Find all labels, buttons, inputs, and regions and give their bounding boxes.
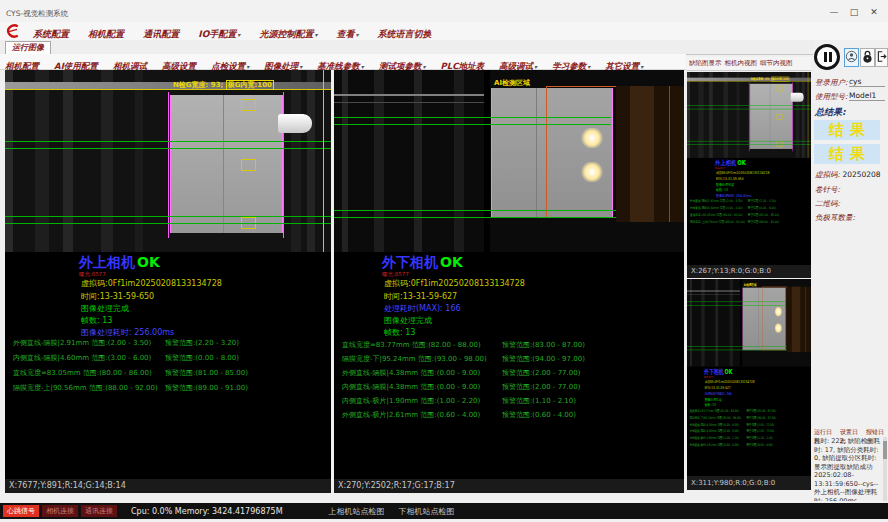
measurement-row: 外侧直线-极片|2.61mm 范围:(0.60 - 4.00)预警范围:(0.6…	[690, 443, 810, 448]
close-button[interactable]: ✕	[864, 6, 884, 19]
user-login-button[interactable]	[844, 48, 859, 67]
comm-link-badge: 通讯连接	[81, 505, 117, 517]
tab-detail-inner-view[interactable]: 细节内视图	[760, 57, 793, 70]
mini-view-tabs: 缺陷图显示 相机内视图 细节内视图	[687, 57, 811, 71]
lock-button[interactable]	[860, 48, 875, 67]
mini-coords-lower: X:311;Y:980;R:0;G:0;B:0	[687, 476, 811, 490]
ai-detect-rect	[762, 287, 787, 350]
camera-image-upper: N检G宽度: 93; 极G内宽:100	[687, 72, 811, 158]
camera-view-upper-outer[interactable]: N检G宽度: 93; 极G内宽:100 外上相机OK 曝光:8577 虚拟码:0…	[5, 70, 331, 479]
measurement-row: 隔膜宽度-上|90.56mm 范围:(88.00 - 92.00)预警范围:(8…	[13, 383, 331, 393]
chevron-down-icon: ▾	[587, 63, 590, 70]
time-line: 时间:13-31-59-627	[705, 385, 731, 390]
barcode-line: 虚拟码:0Ff1im20250208133134728	[705, 379, 755, 384]
tab-strip: 运行图像	[0, 40, 888, 55]
camera-title-upper: 外上相机OK	[79, 254, 160, 272]
gripper-clip	[791, 93, 804, 102]
exit-door-icon	[876, 49, 887, 64]
scrollbar-thumb[interactable]	[883, 441, 887, 459]
annotation-lower: AI检测区域	[744, 283, 757, 288]
pause-button[interactable]	[814, 44, 840, 70]
camera-image-upper: N检G宽度: 93; 极G内宽:100	[5, 70, 331, 252]
measurement-row: 直线宽度=83.05mm 范围:(80.00 - 86.00)预警范围:(81.…	[13, 368, 331, 378]
exit-button[interactable]	[875, 48, 888, 67]
log-scrollbar[interactable]	[883, 437, 887, 501]
app-window: CYS-视觉检测系统 — □ ✕ 系统配置 相机配置 通讯配置 IO手配置▾ 光…	[0, 0, 888, 522]
app-logo-icon	[4, 23, 22, 39]
elapsed-line: 处理耗时(MAX): 166	[705, 391, 732, 396]
measurement-row: 直线宽度=83.77mm 范围:(82.00 - 88.00)预警范围:(83.…	[342, 340, 682, 350]
ai-detect-rect	[546, 86, 617, 218]
barcode-line: 虚拟码:0Ff1im20250208133134728	[384, 278, 525, 289]
mini-view-lower[interactable]: AI检测区域 外下相机OK 曝光:8577 虚拟码:0Ff1im20250208…	[687, 279, 811, 476]
done-line: 图像处理完成	[705, 397, 722, 402]
measurement-row: 内侧直线-隔膜|4.60mm 范围:(3.00 - 6.00)预警范围:(0.0…	[13, 353, 331, 363]
exposure-label: 曝光:8577	[382, 271, 409, 278]
measurement-row: 外侧直线-隔膜|4.38mm 范围:(0.00 - 9.00)预警范围:(2.0…	[342, 368, 682, 378]
electrode-region	[170, 95, 283, 233]
chevron-down-icon: ▾	[422, 63, 425, 70]
pause-icon	[829, 52, 832, 62]
measurement-row: 隔膜宽度-下|95.24mm 范围:(93.00 - 98.00)预警范围:(9…	[690, 416, 810, 421]
tab-run-image[interactable]: 运行图像	[5, 41, 51, 54]
measurement-row: 外侧直线-隔膜|2.91mm 范围:(2.00 - 3.50)预警范围:(2.2…	[13, 338, 331, 348]
user-icon	[845, 49, 858, 64]
control-panel: 登录用户: cys 使用型号: Model1 总结果: 结果 结果 虚拟码: 2…	[813, 40, 888, 494]
camera-view-lower-outer[interactable]: AI检测区域 外下相机OK 曝光:8577 虚拟码:0Ff1im20250208…	[687, 279, 811, 476]
status-ok: OK	[725, 368, 733, 376]
frames-line: 帧数: 13	[384, 327, 415, 338]
chevron-down-icon: ▾	[299, 63, 302, 70]
done-line: 图像处理完成	[716, 182, 734, 187]
tab-camera-inner-view[interactable]: 相机内视图	[725, 57, 758, 70]
result-badge-lower: 结果	[814, 144, 880, 164]
measurement-row: 内侧直线-隔膜|4.38mm 范围:(0.00 - 9.00)预警范围:(2.0…	[342, 382, 682, 392]
chevron-down-icon: ▾	[237, 31, 240, 38]
camera-view-lower-outer[interactable]: AI检测区域 外下相机OK 曝光:8577 虚拟码:0Ff1im20250208…	[334, 70, 684, 479]
chevron-down-icon: ▾	[640, 63, 643, 70]
lower-camera-spotcheck-link[interactable]: 下相机站点检图	[399, 506, 455, 517]
toolbar: 相机配置 AI使用配置 相机调试 高级设置 点检设置▾ 图像处理▾ 基准线参数▾…	[0, 54, 686, 70]
elapsed-line: 图像处理耗时: 256.00ms	[81, 327, 174, 338]
measurement-row: 内侧直线-隔膜|4.60mm 范围:(3.00 - 6.00)预警范围:(0.0…	[690, 206, 811, 211]
measurement-row: 隔膜宽度-上|90.56mm 范围:(88.00 - 92.00)预警范围:(8…	[690, 220, 811, 225]
frames-line: 帧数: 13	[705, 403, 716, 408]
upper-camera-spotcheck-link[interactable]: 上相机站点检图	[329, 506, 385, 517]
gripper-clip	[278, 114, 312, 133]
model-value[interactable]: Model1	[849, 91, 885, 101]
log-text: 耗时: 222, 缺陷检测耗时: 17, 缺陷分类耗时: 0, 缺陷提取分区耗时…	[814, 437, 882, 501]
annotation-upper: N检G宽度: 93; 极G内宽:100	[751, 77, 789, 82]
chevron-down-icon: ▾	[356, 31, 359, 38]
mini-view-upper[interactable]: N检G宽度: 93; 极G内宽:100 外上相机OK 曝光:8577 虚拟码:0…	[687, 72, 811, 265]
status-ok: OK	[440, 254, 463, 270]
measurement-row: 直线宽度=83.05mm 范围:(80.00 - 86.00)预警范围:(81.…	[690, 213, 811, 218]
camera-view-upper-outer[interactable]: N检G宽度: 93; 极G内宽:100 外上相机OK 曝光:8577 虚拟码:0…	[687, 72, 811, 265]
chevron-down-icon: ▾	[246, 63, 249, 70]
cpu-memory-status: Cpu: 0.0% Memory: 3424.41796875M	[131, 507, 283, 516]
title-bar: CYS-视觉检测系统 — □ ✕	[0, 0, 888, 23]
exposure-label: 曝光:8577	[79, 271, 106, 278]
status-bar: 心跳信号 相机连接 通讯连接 Cpu: 0.0% Memory: 3424.41…	[0, 503, 888, 519]
camera-title-lower: 外下相机OK	[382, 254, 463, 272]
window-title: CYS-视觉检测系统	[6, 9, 68, 19]
chevron-down-icon: ▾	[534, 63, 537, 70]
elapsed-line: 处理耗时(MAX): 166	[384, 303, 461, 314]
frames-line: 帧数: 13	[716, 188, 728, 193]
login-user-value[interactable]: cys	[849, 77, 885, 87]
annotation-upper: N检G宽度: 93; 极G内宽:100	[173, 80, 274, 90]
tab-defect-display[interactable]: 缺陷图显示	[689, 57, 722, 70]
camera-link-badge: 相机连接	[42, 505, 78, 517]
done-line: 图像处理完成	[384, 315, 432, 326]
measurement-row: 外侧直线-极片|2.61mm 范围:(0.60 - 4.00)预警范围:(0.6…	[342, 410, 682, 420]
measurement-row: 内侧直线-极片|1.90mm 范围:(1.00 - 2.20)预警范围:(1.1…	[690, 436, 810, 441]
needle-number-label: 卷针号:	[815, 185, 840, 195]
maximize-button[interactable]: □	[844, 6, 864, 19]
pixel-coords-upper: X:7677;Y:891;R:14;G:14;B:14	[5, 479, 331, 493]
pixel-coords-lower: X:270;Y:2502;R:17;G:17;B:17	[334, 479, 684, 493]
frames-line: 帧数: 13	[81, 315, 112, 326]
lock-icon	[861, 49, 874, 64]
minimize-button[interactable]: —	[824, 6, 844, 19]
chevron-down-icon: ▾	[361, 63, 364, 70]
camera-image-lower: AI检测区域	[334, 70, 684, 252]
result-badge-upper: 结果	[814, 120, 880, 140]
measurement-row: 外侧直线-隔膜|4.38mm 范围:(0.00 - 9.00)预警范围:(2.0…	[690, 422, 810, 427]
